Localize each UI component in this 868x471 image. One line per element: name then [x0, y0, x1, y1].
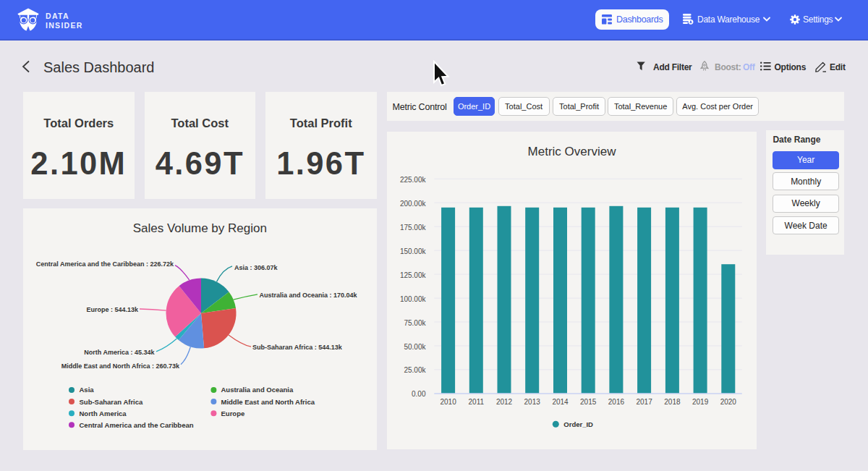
svg-text:Asia : 306.07k: Asia : 306.07k	[234, 263, 278, 271]
svg-text:200.00k: 200.00k	[400, 199, 427, 207]
svg-text:2017: 2017	[636, 398, 652, 406]
svg-text:25.00k: 25.00k	[404, 366, 426, 374]
svg-text:Middle East and North Africa :: Middle East and North Africa : 260.73k	[61, 362, 180, 369]
svg-text:Central America and the Caribb: Central America and the Caribbean	[80, 420, 194, 428]
svg-text:100.00k: 100.00k	[400, 294, 427, 302]
svg-text:125.00k: 125.00k	[400, 271, 427, 279]
svg-text:Sales Volume by Region: Sales Volume by Region	[133, 221, 267, 235]
svg-text:Asia: Asia	[80, 386, 95, 394]
svg-text:2016: 2016	[608, 398, 624, 406]
svg-text:Australia and Oceania : 170.04: Australia and Oceania : 170.04k	[260, 291, 358, 298]
svg-text:2011: 2011	[468, 398, 484, 406]
svg-text:Australia and Oceania: Australia and Oceania	[221, 386, 294, 394]
svg-text:2015: 2015	[580, 398, 597, 406]
svg-text:Metric Overview: Metric Overview	[527, 145, 616, 158]
svg-text:Europe: Europe	[221, 409, 245, 417]
svg-text:2014: 2014	[552, 398, 569, 406]
svg-text:150.00k: 150.00k	[400, 247, 427, 255]
svg-text:North America: North America	[80, 409, 127, 417]
svg-text:175.00k: 175.00k	[400, 223, 427, 231]
svg-text:50.00k: 50.00k	[404, 342, 426, 350]
svg-text:75.00k: 75.00k	[404, 318, 426, 326]
svg-text:Sub-Saharan Africa: Sub-Saharan Africa	[80, 397, 144, 405]
svg-text:225.00k: 225.00k	[400, 175, 427, 183]
svg-text:0.00: 0.00	[412, 390, 426, 398]
svg-text:2018: 2018	[664, 398, 681, 406]
svg-text:Order_ID: Order_ID	[563, 420, 593, 428]
svg-text:Middle East and North Africa: Middle East and North Africa	[221, 397, 315, 405]
svg-text:2020: 2020	[720, 398, 736, 406]
svg-text:2013: 2013	[524, 398, 540, 406]
svg-text:Central America and the Caribb: Central America and the Caribbean : 226.…	[36, 260, 174, 268]
svg-text:2012: 2012	[496, 398, 513, 406]
svg-text:Europe : 544.13k: Europe : 544.13k	[86, 305, 139, 313]
svg-text:Sub-Saharan Africa : 544.13k: Sub-Saharan Africa : 544.13k	[252, 343, 343, 350]
svg-text:2019: 2019	[692, 398, 709, 406]
svg-text:2010: 2010	[440, 398, 456, 406]
svg-text:North America : 45.34k: North America : 45.34k	[84, 348, 155, 355]
